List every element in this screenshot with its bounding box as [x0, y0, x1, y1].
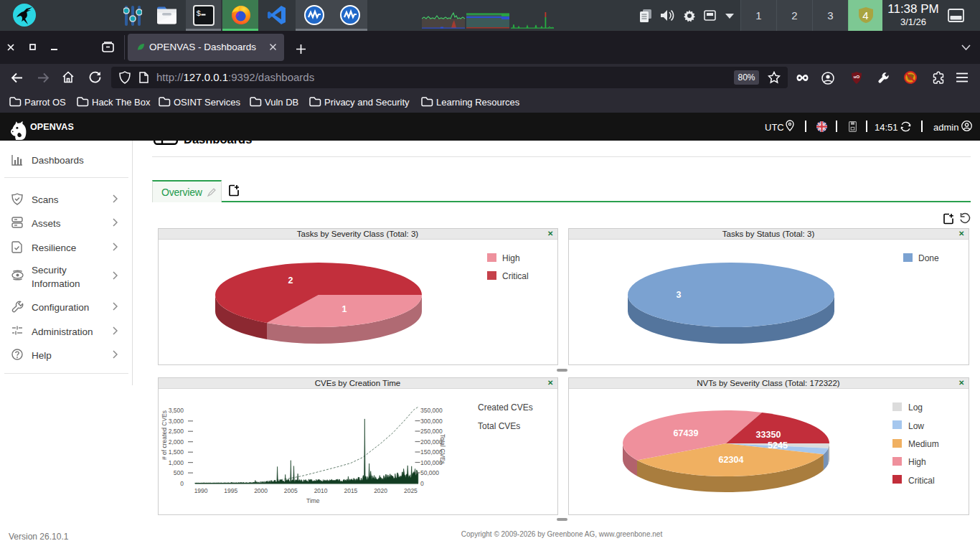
svg-text:500: 500: [173, 469, 183, 476]
svg-text:2005: 2005: [283, 487, 297, 494]
svg-text:2020: 2020: [374, 487, 387, 494]
svg-text:3,000: 3,000: [168, 417, 184, 424]
svg-text:Total CVEs: Total CVEs: [439, 434, 446, 464]
svg-text:2,500: 2,500: [168, 428, 184, 435]
svg-text:1995: 1995: [224, 487, 237, 494]
svg-text:1,000: 1,000: [168, 458, 184, 466]
svg-text:1990: 1990: [194, 487, 207, 494]
svg-text:# of created CVEs: # of created CVEs: [161, 410, 168, 460]
svg-text:Time: Time: [306, 497, 320, 504]
svg-text:50,000: 50,000: [420, 469, 439, 476]
svg-text:2,000: 2,000: [168, 438, 184, 445]
svg-text:0: 0: [180, 479, 184, 486]
svg-text:2015: 2015: [344, 487, 357, 494]
svg-text:1,500: 1,500: [168, 448, 184, 456]
svg-text:2010: 2010: [314, 487, 327, 494]
svg-text:2000: 2000: [254, 487, 268, 494]
svg-text:3,500: 3,500: [168, 407, 184, 414]
svg-text:300,000: 300,000: [420, 417, 443, 424]
svg-text:2025: 2025: [403, 487, 417, 494]
svg-text:350,000: 350,000: [420, 407, 443, 414]
svg-text:0: 0: [420, 479, 424, 486]
